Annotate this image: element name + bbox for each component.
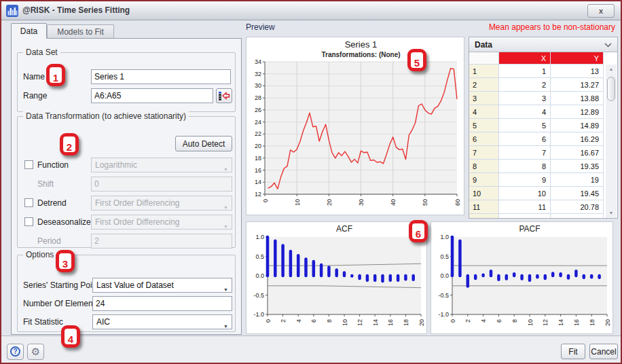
function-combo[interactable]: Logarithmic ▼ [91,158,232,172]
data-cell[interactable]: 11 [499,200,551,214]
scroll-down-icon[interactable]: ▼ [606,208,616,218]
data-cell[interactable]: 13 [551,65,604,78]
data-tab-page: Data Set Name Range Data Transformation … [11,38,242,335]
fit-button[interactable]: Fit [561,344,585,359]
data-cell[interactable]: 9 [499,173,551,187]
svg-text:60: 60 [454,199,461,206]
data-cell[interactable]: 4 [499,105,551,119]
table-scrollbar[interactable]: ▲ ▼ [606,65,617,218]
row-number-header [469,52,499,65]
svg-text:50: 50 [422,199,428,206]
data-cell[interactable]: 12 [499,214,551,219]
row-number-cell[interactable]: 4 [469,105,499,119]
data-cell[interactable]: 12.89 [551,105,604,119]
data-set-group-title: Data Set [23,48,60,57]
data-cell[interactable]: 19.35 [551,160,604,173]
acf-chart-panel: -1.0-0.50.00.51.002468101214161820ACF [246,221,427,334]
data-cell[interactable]: 8 [499,160,551,173]
row-number-cell[interactable]: 12 [469,214,499,219]
svg-text:12: 12 [542,319,549,326]
row-number-cell[interactable]: 11 [469,200,499,214]
svg-text:12: 12 [356,319,363,326]
help-icon: ? [10,346,20,357]
row-number-cell[interactable]: 5 [469,119,499,132]
starting-point-combo[interactable]: Last Value of Dataset ▼ [92,278,232,293]
data-cell[interactable]: 13.27 [551,78,604,92]
data-cell[interactable]: 13.88 [551,92,604,105]
detrend-combo[interactable]: First Order Differencing ▼ [91,196,232,211]
svg-text:14: 14 [557,319,564,326]
title-bar: @RISK - Time Series Fitting x [1,1,621,20]
data-cell[interactable]: 19 [551,173,604,187]
row-number-cell[interactable]: 2 [469,78,499,92]
data-cell[interactable]: 16.67 [551,146,604,160]
shift-input[interactable] [91,177,232,192]
svg-text:8: 8 [326,319,333,323]
row-number-cell[interactable]: 9 [469,173,499,187]
svg-text:28: 28 [255,94,261,101]
cancel-button[interactable]: Cancel [589,344,618,359]
row-number-cell[interactable]: 6 [469,132,499,146]
table-row[interactable]: 121222.54 [469,214,604,219]
period-input[interactable] [91,234,232,249]
settings-button[interactable]: ⚙ [27,344,44,360]
row-number-cell[interactable]: 3 [469,92,499,105]
table-row[interactable]: 9919 [469,173,604,187]
table-row[interactable]: 4412.89 [469,105,604,119]
data-cell[interactable]: 14.89 [551,119,604,132]
chevron-down-icon[interactable] [604,43,612,48]
data-cell[interactable]: 3 [499,92,551,105]
shift-label: Shift [37,179,54,189]
table-row[interactable]: 6616.29 [469,132,604,146]
deseasonalize-checkbox[interactable] [24,217,33,226]
svg-text:0: 0 [265,319,272,323]
range-picker-button[interactable] [216,88,232,103]
scrollbar-thumb[interactable] [607,77,615,101]
table-row[interactable]: 3313.88 [469,92,604,105]
fit-statistic-combo[interactable]: AIC ▼ [92,314,232,329]
function-checkbox[interactable] [24,160,33,169]
table-row[interactable]: 7716.67 [469,146,604,160]
row-number-cell[interactable]: 7 [469,146,499,160]
name-input[interactable] [91,69,231,84]
svg-text:2: 2 [280,319,287,323]
help-button[interactable]: ? [7,344,24,360]
pacf-chart: -1.0-0.50.00.51.002468101214161820PACF [431,222,612,333]
svg-text:18: 18 [403,319,409,326]
svg-text:0.0: 0.0 [440,272,449,279]
auto-detect-button[interactable]: Auto Detect [175,136,232,151]
close-button[interactable]: x [587,4,615,18]
row-number-cell[interactable]: 1 [469,65,499,78]
elements-input[interactable] [92,296,232,311]
deseasonalize-combo[interactable]: First Order Differencing ▼ [91,215,232,230]
fit-statistic-label: Fit Statistic [23,317,63,327]
data-cell[interactable]: 7 [499,146,551,160]
svg-text:1.0: 1.0 [255,234,264,240]
data-cell[interactable]: 16.29 [551,132,604,146]
row-number-cell[interactable]: 10 [469,187,499,200]
table-row[interactable]: 8819.35 [469,160,604,173]
table-row[interactable]: 5514.89 [469,119,604,132]
table-row[interactable]: 101019.45 [469,187,604,200]
data-cell[interactable]: 20.78 [551,200,604,214]
data-panel-header[interactable]: Data [469,37,617,52]
table-row[interactable]: 1113 [469,65,604,78]
data-cell[interactable]: 6 [499,132,551,146]
data-cell[interactable]: 2 [499,78,551,92]
tab-data[interactable]: Data [11,23,47,39]
row-number-cell[interactable]: 8 [469,160,499,173]
data-cell[interactable]: 1 [499,65,551,78]
chevron-down-icon: ▼ [223,220,228,230]
tab-models-to-fit[interactable]: Models to Fit [47,24,114,39]
elements-label: Number Of Elements [23,299,99,308]
data-cell[interactable]: 10 [499,187,551,200]
detrend-checkbox[interactable] [24,198,33,207]
data-cell[interactable]: 19.45 [551,187,604,200]
data-cell[interactable]: 5 [499,119,551,132]
data-cell[interactable]: 22.54 [551,214,604,219]
table-row[interactable]: 111120.78 [469,200,604,214]
table-row[interactable]: 2213.27 [469,78,604,92]
range-input[interactable] [91,88,213,103]
chevron-down-icon: ▼ [223,320,228,329]
scroll-up-icon[interactable]: ▲ [606,65,616,74]
